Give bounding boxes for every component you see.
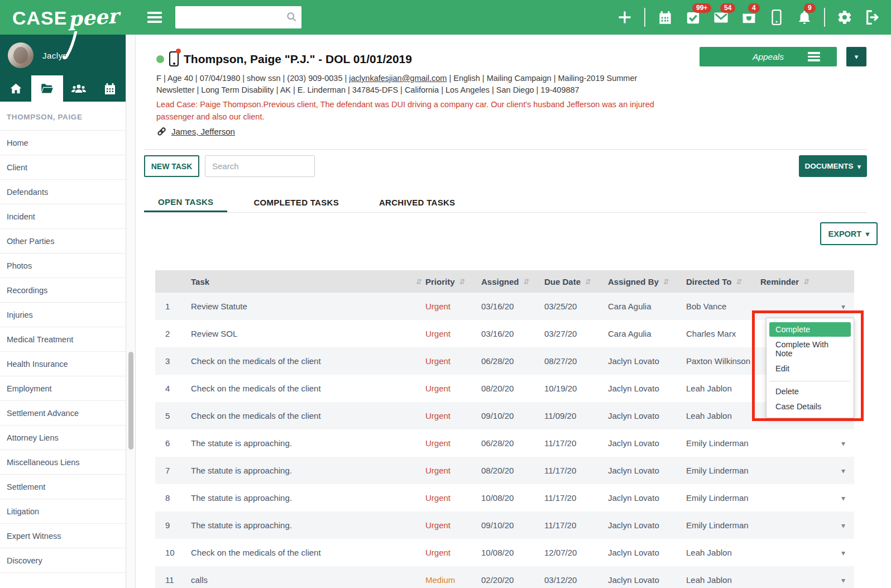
sidebar-menu-item[interactable]: Health Insurance — [0, 352, 126, 376]
task-number: 4 — [155, 384, 191, 393]
context-menu-item[interactable]: Case Details — [769, 399, 851, 414]
nav-home-tab[interactable] — [0, 75, 31, 102]
task-assigned-by: Jaclyn Lovato — [608, 438, 686, 448]
inbox-icon[interactable]: 4 — [740, 9, 757, 26]
sort-icon[interactable]: ⇵ — [585, 278, 591, 286]
task-tab[interactable]: OPEN TASKS — [144, 193, 227, 212]
menu-toggle-icon[interactable] — [147, 9, 162, 25]
sort-icon[interactable]: ⇵ — [416, 278, 422, 286]
table-row[interactable]: 6 The statute is approaching. Urgent 06/… — [155, 429, 854, 457]
sidebar-menu-item[interactable]: Home — [0, 131, 126, 155]
sidebar-scrollbar-thumb[interactable] — [128, 352, 133, 450]
table-row[interactable]: 4 Check on the medicals of the client Ur… — [155, 375, 854, 402]
client-email-link[interactable]: jaclynkafesjian@gmail.com — [349, 74, 447, 83]
sidebar-menu-item[interactable]: Litigation — [0, 499, 126, 524]
sidebar-scrollbar[interactable] — [126, 35, 136, 588]
task-assigned-by: Jaclyn Lovato — [608, 493, 686, 503]
sidebar-menu-item[interactable]: Photos — [0, 254, 126, 278]
task-tab[interactable]: COMPLETED TASKS — [239, 193, 353, 212]
table-row[interactable]: 5 Check on the medicals of the client Ur… — [155, 402, 854, 429]
case-actions-dropdown-button[interactable]: ▾ — [846, 47, 866, 66]
export-button[interactable]: EXPORT ▾ — [820, 222, 878, 245]
related-case-link[interactable]: James, Jefferson — [171, 127, 235, 136]
global-search-input[interactable] — [175, 6, 301, 28]
avatar[interactable] — [8, 42, 33, 68]
column-header-priority: Priority⇵ — [425, 277, 481, 286]
new-task-button[interactable]: NEW TASK — [144, 155, 199, 177]
settings-gear-icon[interactable] — [836, 9, 853, 26]
documents-button[interactable]: DOCUMENTS ▾ — [799, 155, 867, 177]
table-row[interactable]: 1 Review Statute Urgent 03/16/20 03/25/2… — [155, 293, 854, 320]
mobile-phone-icon[interactable] — [169, 51, 179, 66]
task-title: Check on the medicals of the client — [191, 411, 425, 420]
add-new-icon[interactable] — [616, 9, 633, 26]
reminder-menu-caret-icon[interactable]: ▾ — [841, 576, 845, 585]
sidebar-menu-item[interactable]: Attorney Liens — [0, 426, 126, 450]
task-directed-to: Charles Marx — [686, 329, 760, 338]
sidebar-menu-item[interactable]: Settlement Advance — [0, 401, 126, 426]
table-row[interactable]: 10 Check on the medicals of the client U… — [155, 539, 854, 566]
table-row[interactable]: 8 The statute is approaching. Urgent 10/… — [155, 484, 854, 511]
casepeer-logo[interactable]: CASE peer — [12, 6, 118, 29]
table-row[interactable]: 7 The statute is approaching. Urgent 08/… — [155, 457, 854, 484]
table-row[interactable]: 11 calls Medium 02/20/20 03/12/20 Jaclyn… — [155, 566, 854, 588]
sidebar-menu-item[interactable]: Expert Witness — [0, 524, 126, 548]
task-number: 5 — [155, 411, 191, 420]
sidebar-menu-item[interactable]: Other Parties — [0, 229, 126, 254]
reminder-menu-caret-icon[interactable]: ▾ — [841, 439, 845, 448]
sidebar-menu-item[interactable]: Client — [0, 155, 126, 180]
context-menu-item[interactable]: Complete With Note — [769, 337, 851, 361]
task-due-date: 11/17/20 — [544, 493, 608, 503]
search-icon[interactable] — [286, 11, 297, 22]
task-directed-to: Leah Jablon — [686, 548, 760, 557]
table-row[interactable]: 2 Review SOL Urgent 03/16/20 03/27/20 Ca… — [155, 320, 854, 347]
task-tab[interactable]: ARCHIVED TASKS — [365, 193, 469, 212]
reminder-menu-caret-icon[interactable]: ▾ — [841, 494, 845, 503]
nav-contacts-tab[interactable] — [63, 75, 94, 102]
sort-icon[interactable]: ⇵ — [736, 278, 742, 286]
task-search-input[interactable] — [205, 155, 315, 177]
context-menu-item[interactable]: Edit — [769, 361, 851, 376]
task-number: 7 — [155, 466, 191, 475]
task-assigned-by: Cara Agulia — [608, 302, 686, 311]
mobile-icon[interactable] — [768, 9, 785, 26]
reminder-menu-caret-icon[interactable]: ▾ — [841, 302, 845, 311]
reminder-menu-caret-icon[interactable]: ▾ — [841, 548, 845, 557]
calendar-icon[interactable] — [657, 9, 673, 26]
table-row[interactable]: 3 Check on the medicals of the client Ur… — [155, 347, 854, 375]
sidebar-nav-tabs — [0, 75, 126, 102]
task-priority: Urgent — [425, 466, 481, 475]
sidebar-menu-item[interactable]: Injuries — [0, 303, 126, 327]
sidebar-menu-item[interactable]: Defendants — [0, 180, 126, 204]
reminder-menu-caret-icon[interactable]: ▾ — [841, 466, 845, 475]
task-number: 8 — [155, 493, 191, 503]
tasks-table-body: 1 Review Statute Urgent 03/16/20 03/25/2… — [155, 293, 854, 588]
logout-icon[interactable] — [864, 9, 881, 26]
task-due-date: 11/17/20 — [544, 466, 608, 475]
notifications-bell-icon[interactable]: 9 — [796, 9, 813, 26]
sort-icon[interactable]: ⇵ — [803, 278, 809, 286]
mail-icon[interactable]: 54 — [712, 9, 729, 26]
sidebar-menu-item[interactable]: Settlement — [0, 475, 126, 499]
case-type-button[interactable]: Appeals — [700, 47, 837, 66]
sidebar-menu-item[interactable]: Incident — [0, 204, 126, 229]
reminder-menu-caret-icon[interactable]: ▾ — [841, 521, 845, 530]
export-label: EXPORT — [828, 230, 862, 238]
sort-icon[interactable]: ⇵ — [663, 278, 669, 286]
sort-icon[interactable]: ⇵ — [524, 278, 530, 286]
table-row[interactable]: 9 The statute is approaching. Urgent 09/… — [155, 511, 854, 539]
sidebar-menu-item[interactable]: Employment — [0, 376, 126, 401]
tasks-icon[interactable]: 99+ — [684, 9, 701, 26]
task-due-date: 03/27/20 — [544, 329, 608, 338]
sidebar-menu-item[interactable]: Miscellaneous Liens — [0, 450, 126, 475]
task-due-date: 08/27/20 — [544, 356, 608, 366]
nav-calendar-tab[interactable] — [94, 75, 126, 102]
nav-cases-tab[interactable] — [31, 75, 63, 102]
show-ssn-link[interactable]: show ssn — [247, 74, 280, 83]
sidebar-menu-item[interactable]: Medical Treatment — [0, 327, 126, 352]
sort-icon[interactable]: ⇵ — [459, 278, 466, 286]
sidebar-menu-item[interactable]: Recordings — [0, 278, 126, 303]
context-menu-item[interactable]: Delete — [769, 381, 851, 399]
context-menu-item[interactable]: Complete — [769, 322, 851, 337]
sidebar-menu-item[interactable]: Discovery — [0, 548, 126, 573]
